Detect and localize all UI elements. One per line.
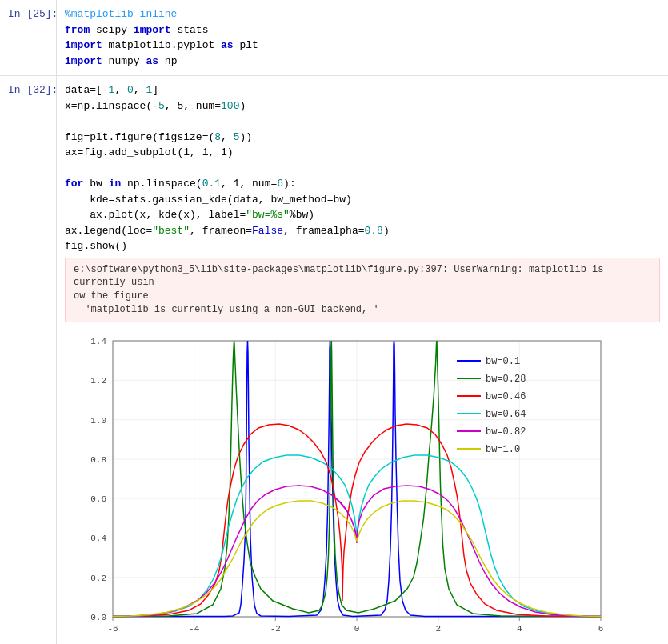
code-token: bw: [83, 178, 108, 190]
y-tick: 0.8: [90, 455, 106, 465]
code-token: np: [158, 55, 177, 67]
code-line: x=np.linspace(-5, 5, num=100): [65, 98, 660, 114]
plot-container: 0.0 0.2 0.4 0.6 0.8 1.0 1.2 1.4 -6: [65, 326, 660, 644]
code-line: fig=plt.figure(figsize=(8, 5)): [65, 130, 660, 146]
code-token: for: [65, 178, 83, 190]
code-token: import: [65, 39, 102, 51]
code-token: stats: [171, 24, 209, 36]
code-token: "bw=%s": [246, 209, 290, 221]
code-token: fig=plt.figure(figsize=(: [65, 131, 214, 143]
code-token: )): [239, 131, 252, 143]
y-tick: 0.0: [90, 613, 106, 622]
cell-content-25: %matplotlib inline from scipy import sta…: [56, 0, 668, 75]
code-token: ): [383, 225, 390, 237]
code-token: ax.plot(x, kde(x), label=: [65, 209, 246, 221]
code-line: import numpy as np: [65, 54, 660, 70]
cell-32: In [32]: data=[-1, 0, 1] x=np.linspace(-…: [0, 76, 668, 644]
code-token: ,: [114, 84, 127, 96]
code-token: numpy: [102, 55, 146, 67]
kde-plot: 0.0 0.2 0.4 0.6 0.8 1.0 1.2 1.4 -6: [65, 329, 653, 644]
x-tick: -6: [107, 624, 118, 634]
legend-label-3: bw=0.46: [486, 391, 526, 402]
code-token: import: [65, 55, 102, 67]
code-line: ax=fig.add_subplot(1, 1, 1): [65, 145, 660, 161]
y-tick: 0.2: [90, 573, 106, 582]
cell-label-25: In [25]:: [0, 0, 56, 26]
legend-label-1: bw=0.1: [486, 356, 520, 367]
code-line: data=[-1, 0, 1]: [65, 82, 660, 98]
code-token: , frameon=: [190, 225, 252, 237]
x-tick: 0: [354, 624, 360, 634]
code-token: import: [134, 24, 171, 36]
code-line: ax.plot(x, kde(x), label="bw=%s"%bw): [65, 207, 660, 223]
y-tick: 1.0: [90, 415, 106, 425]
code-token: matplotlib.pyplot: [102, 39, 221, 51]
code-line: %matplotlib inline: [65, 6, 660, 22]
code-token: 6: [277, 178, 283, 190]
code-line: from scipy import stats: [65, 22, 660, 38]
legend-label-2: bw=0.28: [486, 374, 526, 385]
y-tick: 1.4: [90, 337, 106, 346]
code-token: 0: [127, 84, 134, 96]
code-token: ]: [152, 84, 158, 96]
code-token: False: [252, 225, 283, 237]
y-tick: 0.6: [90, 494, 106, 504]
code-token: ): [239, 100, 246, 112]
y-tick: 1.2: [90, 376, 106, 386]
code-line: [65, 114, 660, 130]
code-token: 100: [221, 100, 239, 112]
code-line: fig.show(): [65, 238, 660, 254]
code-token: kde=stats.gaussian_kde(data, bw_method=b…: [65, 194, 352, 206]
code-token: 8: [214, 131, 221, 143]
warning-text-3: 'matplotlib is currently using a non-GUI…: [74, 303, 651, 317]
x-tick: 4: [517, 624, 522, 634]
code-line: ax.legend(loc="best", frameon=False, fra…: [65, 223, 660, 239]
code-token: -5: [152, 100, 165, 112]
notebook: In [25]: %matplotlib inline from scipy i…: [0, 0, 668, 644]
code-token: np.linspace(: [121, 178, 202, 190]
x-tick: 2: [435, 624, 441, 634]
code-token: in: [109, 178, 122, 190]
cell-content-32: data=[-1, 0, 1] x=np.linspace(-5, 5, num…: [56, 76, 668, 644]
warning-text-2: ow the figure: [74, 290, 651, 303]
x-tick: -2: [270, 624, 281, 634]
y-tick: 0.4: [90, 534, 106, 543]
code-token: fig.show(): [65, 240, 127, 252]
code-token: "best": [152, 225, 190, 237]
code-token: as: [146, 55, 158, 67]
code-token: ax.legend(loc=: [65, 225, 152, 237]
code-token: %bw): [290, 209, 314, 221]
code-token: as: [221, 39, 234, 51]
code-token: x=np.linspace(: [65, 100, 152, 112]
x-tick: 6: [598, 624, 604, 634]
code-token: , 5, num=: [165, 100, 221, 112]
code-line: import matplotlib.pyplot as plt: [65, 38, 660, 54]
code-token: , 1, num=: [221, 178, 277, 190]
code-line: for bw in np.linspace(0.1, 1, num=6):: [65, 176, 660, 192]
warning-text: e:\software\python3_5\lib\site-packages\…: [74, 263, 651, 290]
code-token: data=[: [65, 84, 102, 96]
code-token: plt: [234, 39, 258, 51]
code-token: ,: [134, 84, 146, 96]
code-token: -1: [102, 84, 115, 96]
cell-25: In [25]: %matplotlib inline from scipy i…: [0, 0, 668, 76]
code-token: ax=fig.add_subplot(1, 1, 1): [65, 146, 234, 158]
cell-label-32: In [32]:: [0, 76, 56, 102]
code-token: ):: [283, 178, 296, 190]
code-line: [65, 161, 660, 177]
legend-label-4: bw=0.64: [486, 409, 526, 420]
code-token: 0.1: [202, 178, 221, 190]
code-token: ,: [221, 131, 234, 143]
code-token: 0.8: [364, 225, 382, 237]
legend-label-5: bw=0.82: [486, 426, 526, 438]
code-token: , framealpha=: [283, 225, 364, 237]
code-token: from: [65, 24, 90, 36]
warning-box: e:\software\python3_5\lib\site-packages\…: [65, 258, 660, 322]
code-line: kde=stats.gaussian_kde(data, bw_method=b…: [65, 192, 660, 208]
cell-32-code: In [32]: data=[-1, 0, 1] x=np.linspace(-…: [0, 76, 668, 644]
x-tick: -4: [189, 624, 200, 634]
code-token: %matplotlib inline: [65, 8, 177, 20]
legend-label-6: bw=1.0: [486, 444, 520, 455]
code-token: scipy: [90, 24, 134, 36]
